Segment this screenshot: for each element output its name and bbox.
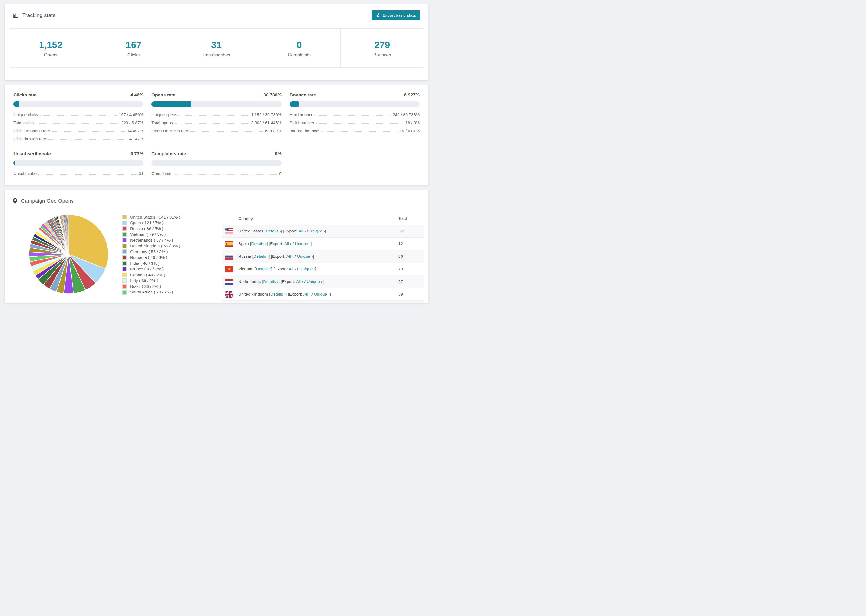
country-links: Vietnam [Details ›] [Export: All › / Uni… [238,267,316,272]
legend-label: India ( 46 / 3% ) [130,261,159,266]
tracking-stats-header: Tracking stats Export basic stats [5,4,428,26]
es-flag-icon [225,241,233,247]
country-cell: United States [Details ›] [Export: All ›… [222,228,398,234]
export-label: Export: [270,241,283,246]
stat-value: 0 [258,39,340,50]
legend-item-russia: Russia ( 86 / 5% ) [122,226,211,232]
rate-progress-fill [13,160,14,166]
rate-stat-row: Soft bounces18 / 0% [290,120,420,125]
geo-content: United States ( 541 / 31% )Spain ( 121 /… [5,212,428,303]
rate-progress-track [151,160,281,166]
legend-swatch [122,215,127,219]
rate-stat-value: 220 / 5.87% [121,120,143,125]
legend-item-vietnam: Vietnam ( 79 / 5% ) [122,232,211,237]
campaign-geo-opens-card: Campaign Geo Opens United States ( 541 /… [4,190,429,303]
us-flag-icon [225,228,233,234]
rate-stat-row: Complaints0 [151,171,281,176]
rate-stat-value: 18 / 0% [405,120,420,125]
legend-swatch [122,272,127,277]
details-link[interactable]: Details › [254,254,269,259]
country-name: Russia [238,254,251,259]
bar-chart-icon [13,13,19,18]
export-all-link[interactable]: All › [289,267,296,271]
stat-label: Bounces [341,52,424,58]
rate-stat-label: Hard bounces [290,112,316,117]
rate-title: Unsubscribe rate [13,151,51,157]
total-cell: 121 [398,241,424,246]
rate-stat-value: 689.82% [265,129,281,133]
rate-stat-label: Unique opens [151,112,177,117]
legend-item-italy: Italy ( 36 / 2% ) [122,278,211,284]
export-all-link[interactable]: All › [286,254,293,259]
rate-title: Clicks rate [13,93,36,98]
rate-stat-row: Hard bounces242 / 86.738% [290,112,420,117]
export-all-link[interactable]: All › [296,279,303,284]
rate-stat-label: Unique clicks [13,112,38,117]
export-unique-link[interactable]: Unique › [297,254,313,259]
rate-value: 4.46% [131,93,143,98]
stat-label: Complaints [258,52,340,58]
rate-stat-value: 14.497% [127,129,143,133]
country-cell: United Kingdom [Details ›] [Export: All … [222,291,398,297]
details-link[interactable]: Details › [270,292,286,297]
details-link[interactable]: Details › [251,241,266,246]
export-unique-link[interactable]: Unique › [314,292,330,297]
export-unique-link[interactable]: Unique › [309,229,325,233]
country-links: United States [Details ›] [Export: All ›… [238,229,326,234]
legend-swatch [122,284,127,289]
legend-item-united-states: United States ( 541 / 31% ) [122,214,211,220]
country-name: United States [238,229,263,233]
stat-value: 167 [92,39,175,50]
rate-stat-row: Total opens2,303 / 61.446% [151,120,281,125]
summary-stats-row: 1,152Opens167Clicks31Unsubscribes0Compla… [9,28,424,68]
rate-value: 0% [275,151,282,157]
dotted-leader [190,131,263,132]
rate-stat-value: 167 / 4.456% [119,112,143,117]
table-row-nl: Netherlands [Details ›] [Export: All › /… [222,275,424,288]
legend-swatch [122,278,127,283]
legend-label: Canada ( 40 / 2% ) [130,272,165,277]
export-all-link[interactable]: All › [284,241,291,246]
details-link[interactable]: Details › [256,267,271,271]
stat-value: 279 [341,39,424,50]
details-link[interactable]: Details › [266,229,281,233]
table-row-de: Germany [Details ›] [Export: All › / Uni… [222,301,424,303]
export-all-link[interactable]: All › [299,229,306,233]
country-links: United Kingdom [Details ›] [Export: All … [238,292,331,297]
dotted-leader [48,140,127,140]
legend-label: Netherlands ( 67 / 4% ) [130,238,173,243]
dotted-leader [318,115,390,116]
export-unique-link[interactable]: Unique › [307,279,323,284]
country-cell: Spain [Details ›] [Export: All › / Uniqu… [222,241,398,247]
export-all-link[interactable]: All › [303,292,310,297]
stat-label: Clicks [92,52,175,58]
legend-item-brazil: Brazil ( 33 / 2% ) [122,284,211,289]
rate-value: 0.77% [131,151,143,157]
geo-table: Country Total United States [Details ›] … [222,212,424,303]
geo-table-header: Country Total [222,212,424,225]
country-cell: Netherlands [Details ›] [Export: All › /… [222,279,398,285]
country-links: Netherlands [Details ›] [Export: All › /… [238,279,324,284]
stat-value: 1,152 [9,39,92,50]
export-label: Export: [289,292,302,297]
country-column-header: Country [222,216,398,221]
details-link[interactable]: Details › [263,279,279,284]
dotted-leader [52,131,125,132]
rate-stat-label: Click through rate [13,137,46,141]
page-title: Tracking stats [22,13,55,18]
rate-title: Complaints rate [151,151,186,157]
tracking-stats-card: Tracking stats Export basic stats 1,152O… [4,4,429,80]
country-links: Spain [Details ›] [Export: All › / Uniqu… [238,241,312,246]
total-cell: 86 [398,254,424,259]
rate-stat-value: 19 / 6.81% [400,129,420,133]
legend-swatch [122,232,127,237]
legend-item-south-africa: South Africa ( 29 / 2% ) [122,289,211,295]
stat-label: Unsubscribes [175,52,258,58]
export-unique-link[interactable]: Unique › [299,267,315,271]
country-cell: Russia [Details ›] [Export: All › / Uniq… [222,253,398,259]
rate-stat-value: 2,303 / 61.446% [251,120,282,125]
export-basic-stats-button[interactable]: Export basic stats [372,11,420,20]
export-label: Export: [275,267,288,271]
total-cell: 79 [398,267,424,272]
export-unique-link[interactable]: Unique › [295,241,311,246]
